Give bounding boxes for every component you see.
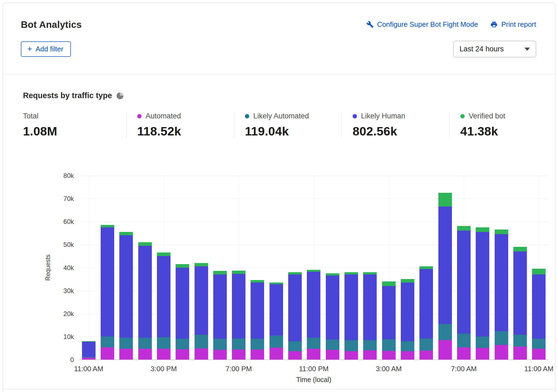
stacked-bar[interactable] bbox=[532, 269, 546, 360]
bar-slot bbox=[417, 176, 436, 360]
stacked-bar[interactable] bbox=[419, 266, 433, 360]
bar-segment-automated bbox=[326, 350, 339, 360]
stacked-bar[interactable] bbox=[138, 242, 152, 360]
bar-segment-likely-human bbox=[363, 274, 377, 340]
bar-slot bbox=[192, 176, 211, 360]
bar-segment-verified-bot bbox=[138, 242, 152, 246]
stat-automated[interactable]: Automated118.52k bbox=[126, 112, 234, 138]
bar-segment-verified-bot bbox=[457, 226, 471, 231]
next-section-divider bbox=[3, 389, 555, 389]
time-range-select[interactable]: Last 24 hours bbox=[453, 41, 536, 57]
legend-dot-likely-human bbox=[353, 114, 357, 118]
bar-slot bbox=[173, 176, 192, 360]
bar-segment-verified-bot bbox=[382, 281, 396, 286]
bar-segment-verified-bot bbox=[157, 253, 170, 256]
bar-segment-automated bbox=[419, 351, 433, 360]
stacked-bar[interactable] bbox=[382, 281, 396, 360]
stat-label: Likely Human bbox=[361, 112, 405, 120]
bar-slot bbox=[136, 176, 154, 360]
bar-segment-automated bbox=[438, 340, 452, 360]
bar-segment-likely-human bbox=[82, 342, 96, 357]
y-axis-tick: 60k bbox=[63, 218, 74, 225]
bar-segment-likely-automated bbox=[457, 334, 471, 347]
stacked-bar[interactable] bbox=[344, 272, 358, 360]
y-axis-tick: 10k bbox=[63, 333, 74, 341]
stacked-bar[interactable] bbox=[457, 226, 471, 360]
y-axis-tick: 50k bbox=[63, 241, 74, 248]
stacked-bar[interactable] bbox=[270, 283, 283, 360]
bar-segment-automated bbox=[513, 347, 527, 360]
stat-verified-bot[interactable]: Verified bot41.38k bbox=[449, 112, 511, 138]
bar-segment-likely-automated bbox=[363, 340, 377, 350]
bar-segment-likely-human bbox=[213, 274, 227, 339]
bar-segment-automated bbox=[101, 347, 114, 360]
configure-super-bot-fight-mode-link[interactable]: Configure Super Bot Fight Mode bbox=[366, 20, 478, 29]
stacked-bar[interactable] bbox=[307, 270, 320, 360]
section-title: Requests by traffic type bbox=[23, 91, 112, 100]
bar-segment-likely-human bbox=[513, 251, 527, 335]
bar-segment-likely-automated bbox=[476, 337, 489, 348]
bar-segment-likely-human bbox=[326, 275, 339, 340]
bar-slot bbox=[267, 176, 285, 360]
stat-likely-automated[interactable]: Likely Automated119.04k bbox=[234, 112, 342, 138]
stacked-bar[interactable] bbox=[495, 230, 508, 360]
bar-segment-likely-automated bbox=[382, 339, 396, 351]
bar-segment-verified-bot bbox=[307, 270, 320, 272]
stacked-bar[interactable] bbox=[119, 232, 133, 360]
stat-likely-human[interactable]: Likely Human802.56k bbox=[342, 112, 449, 138]
y-axis-tick: 70k bbox=[63, 195, 74, 202]
stacked-bar[interactable] bbox=[476, 227, 489, 360]
bar-slot bbox=[511, 176, 529, 360]
bar-slot bbox=[379, 176, 398, 360]
y-axis-tick: 80k bbox=[63, 172, 74, 180]
bar-segment-likely-automated bbox=[138, 338, 152, 349]
stacked-bar[interactable] bbox=[513, 247, 527, 360]
bar-segment-likely-human bbox=[157, 256, 170, 337]
bar-segment-likely-automated bbox=[401, 341, 414, 351]
stat-value: 41.38k bbox=[460, 124, 505, 138]
bar-slot bbox=[79, 176, 98, 360]
add-filter-label: Add filter bbox=[36, 45, 64, 53]
stacked-bar[interactable] bbox=[157, 253, 170, 360]
configure-link-label: Configure Super Bot Fight Mode bbox=[377, 20, 478, 29]
bar-segment-likely-human bbox=[138, 246, 152, 338]
stacked-bar[interactable] bbox=[195, 263, 208, 360]
stacked-bar[interactable] bbox=[176, 264, 189, 360]
bar-segment-likely-automated bbox=[326, 340, 339, 350]
x-axis-label: Time (local) bbox=[296, 376, 331, 384]
stacked-bar[interactable] bbox=[82, 341, 96, 360]
bar-segment-likely-automated bbox=[213, 339, 227, 350]
bar-segment-likely-automated bbox=[419, 338, 433, 351]
legend-dot-likely-automated bbox=[245, 114, 249, 118]
print-report-link[interactable]: Print report bbox=[490, 20, 536, 29]
bar-slot bbox=[323, 176, 342, 360]
bar-segment-automated bbox=[213, 350, 227, 360]
bar-segment-likely-human bbox=[476, 232, 489, 337]
bar-segment-verified-bot bbox=[363, 272, 377, 275]
bar-segment-automated bbox=[363, 350, 377, 360]
stat-value: 802.56k bbox=[353, 124, 444, 138]
stacked-bar[interactable] bbox=[326, 273, 339, 360]
stacked-bar[interactable] bbox=[438, 193, 452, 360]
stacked-bar[interactable] bbox=[288, 272, 302, 360]
stacked-bar[interactable] bbox=[101, 225, 114, 360]
bar-segment-automated bbox=[532, 349, 546, 360]
time-range-value: Last 24 hours bbox=[459, 45, 504, 53]
stacked-bar[interactable] bbox=[363, 272, 377, 360]
bar-segment-verified-bot bbox=[232, 271, 245, 274]
bar-segment-likely-human bbox=[288, 274, 302, 341]
stacked-bar[interactable] bbox=[251, 280, 264, 360]
bar-segment-automated bbox=[401, 351, 414, 360]
stat-label: Likely Automated bbox=[253, 112, 309, 120]
stacked-bar[interactable] bbox=[401, 279, 414, 360]
bar-segment-automated bbox=[195, 348, 208, 360]
stacked-bar[interactable] bbox=[213, 271, 227, 360]
pie-chart-icon bbox=[117, 92, 123, 99]
bar-segment-automated bbox=[251, 350, 264, 360]
bar-segment-automated bbox=[270, 348, 283, 360]
bar-segment-likely-human bbox=[401, 283, 414, 341]
stacked-bar[interactable] bbox=[232, 271, 245, 360]
add-filter-button[interactable]: + Add filter bbox=[21, 41, 71, 57]
bar-segment-verified-bot bbox=[213, 271, 227, 274]
wrench-icon bbox=[366, 21, 374, 28]
